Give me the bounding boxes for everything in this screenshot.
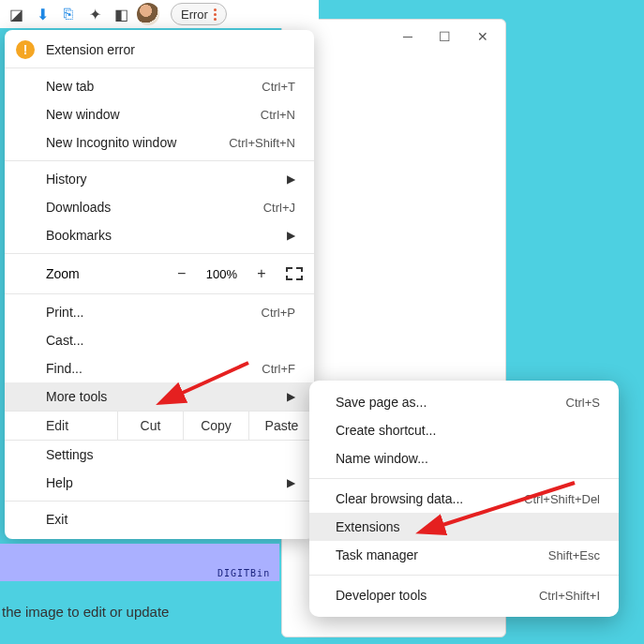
developer-tools-label: Developer tools [336, 588, 427, 603]
extension-error-label: Extension error [46, 42, 135, 57]
new-incognito-label: New Incognito window [46, 135, 176, 150]
extension-icon-1[interactable]: ◪ [6, 4, 26, 24]
kebab-menu-icon[interactable] [214, 8, 217, 21]
menu-exit[interactable]: Exit [5, 505, 314, 533]
submenu-extensions[interactable]: Extensions [309, 513, 619, 541]
menu-separator [5, 253, 314, 254]
settings-label: Settings [46, 447, 94, 462]
save-page-label: Save page as... [336, 395, 427, 410]
menu-new-incognito[interactable]: New Incognito window Ctrl+Shift+N [5, 128, 314, 157]
new-tab-label: New tab [46, 79, 94, 94]
menu-separator [5, 293, 314, 294]
submenu-developer-tools[interactable]: Developer tools Ctrl+Shift+I [309, 581, 619, 609]
bookmarks-label: Bookmarks [46, 228, 112, 243]
create-shortcut-label: Create shortcut... [336, 423, 436, 438]
chevron-right-icon: ▶ [287, 172, 295, 186]
side-panel-icon[interactable]: ◧ [111, 4, 131, 24]
shortcut-text: Shift+Esc [548, 548, 600, 562]
shortcut-text: Ctrl+N [261, 108, 295, 122]
edit-label: Edit [5, 412, 117, 440]
zoom-in-button[interactable]: + [250, 265, 273, 282]
menu-new-window[interactable]: New window Ctrl+N [5, 100, 314, 128]
shortcut-text: Ctrl+P [262, 306, 295, 320]
submenu-create-shortcut[interactable]: Create shortcut... [309, 416, 619, 444]
history-label: History [46, 172, 87, 187]
new-window-label: New window [46, 107, 120, 122]
close-icon[interactable]: ✕ [477, 29, 488, 44]
submenu-task-manager[interactable]: Task manager Shift+Esc [309, 541, 619, 569]
error-indicator[interactable]: Error [171, 3, 227, 25]
extension-icon-2[interactable]: ⎘ [58, 4, 79, 24]
zoom-label: Zoom [46, 266, 80, 281]
more-tools-submenu: Save page as... Ctrl+S Create shortcut..… [309, 381, 619, 617]
watermark-text: DIGITBin [217, 568, 270, 578]
extensions-puzzle-icon[interactable]: ✦ [84, 4, 105, 24]
menu-extension-error[interactable]: ! Extension error [5, 36, 314, 64]
shortcut-text: Ctrl+T [262, 80, 295, 94]
find-label: Find... [46, 361, 82, 376]
chevron-right-icon: ▶ [287, 229, 295, 242]
submenu-save-page[interactable]: Save page as... Ctrl+S [309, 388, 619, 416]
more-tools-label: More tools [46, 389, 107, 404]
shortcut-text: Ctrl+F [262, 362, 295, 376]
page-caption: the image to edit or update [2, 604, 169, 620]
profile-avatar[interactable] [137, 3, 159, 25]
shortcut-text: Ctrl+S [566, 396, 600, 410]
menu-bookmarks[interactable]: Bookmarks ▶ [5, 221, 314, 249]
menu-cast[interactable]: Cast... [5, 326, 314, 354]
submenu-separator [309, 478, 619, 479]
menu-separator [5, 501, 314, 502]
menu-more-tools[interactable]: More tools ▶ [5, 382, 314, 411]
chevron-right-icon: ▶ [287, 476, 295, 489]
menu-zoom: Zoom − 100% + [5, 258, 314, 290]
menu-help[interactable]: Help ▶ [5, 469, 314, 497]
edit-paste[interactable]: Paste [248, 412, 314, 440]
shortcut-text: Ctrl+Shift+I [539, 589, 600, 603]
clear-data-label: Clear browsing data... [336, 491, 463, 506]
maximize-icon[interactable]: ☐ [439, 29, 451, 44]
edit-cut[interactable]: Cut [117, 412, 183, 440]
fullscreen-icon[interactable] [286, 267, 303, 280]
error-label: Error [181, 7, 208, 22]
zoom-out-button[interactable]: − [171, 265, 193, 282]
help-label: Help [46, 475, 73, 490]
menu-separator [5, 67, 314, 68]
warning-icon: ! [16, 40, 35, 59]
task-manager-label: Task manager [336, 547, 418, 562]
submenu-separator [309, 575, 619, 576]
extensions-label: Extensions [336, 519, 399, 534]
exit-label: Exit [46, 512, 67, 527]
submenu-clear-data[interactable]: Clear browsing data... Ctrl+Shift+Del [309, 485, 619, 513]
menu-print[interactable]: Print... Ctrl+P [5, 298, 314, 326]
cast-label: Cast... [46, 333, 83, 348]
zoom-value: 100% [206, 267, 237, 281]
print-label: Print... [46, 305, 83, 320]
downloads-label: Downloads [46, 200, 111, 215]
chevron-right-icon: ▶ [287, 390, 295, 403]
submenu-name-window[interactable]: Name window... [309, 444, 619, 472]
menu-history[interactable]: History ▶ [5, 165, 314, 193]
browser-toolbar: ◪ ⬇ ⎘ ✦ ◧ Error [0, 0, 319, 28]
menu-new-tab[interactable]: New tab Ctrl+T [5, 72, 314, 100]
menu-edit-row: Edit Cut Copy Paste [5, 411, 314, 441]
menu-settings[interactable]: Settings [5, 441, 314, 469]
edit-copy[interactable]: Copy [183, 412, 248, 440]
menu-downloads[interactable]: Downloads Ctrl+J [5, 193, 314, 221]
shortcut-text: Ctrl+Shift+Del [524, 492, 600, 506]
minimize-icon[interactable]: ─ [403, 29, 412, 44]
menu-find[interactable]: Find... Ctrl+F [5, 354, 314, 382]
menu-separator [5, 160, 314, 161]
name-window-label: Name window... [336, 451, 428, 466]
download-icon[interactable]: ⬇ [32, 4, 52, 24]
shortcut-text: Ctrl+J [263, 201, 295, 215]
shortcut-text: Ctrl+Shift+N [229, 136, 295, 150]
chrome-main-menu: ! Extension error New tab Ctrl+T New win… [5, 30, 314, 539]
